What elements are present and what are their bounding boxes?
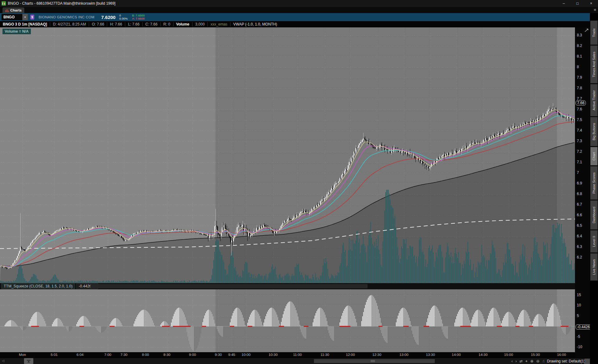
time-label: 9:30 — [211, 353, 225, 357]
squeeze-tick: 5 — [577, 314, 579, 318]
time-label: 8:30 — [160, 353, 174, 357]
crosshair-icon[interactable]: ⌖ — [525, 359, 528, 363]
squeeze-tick: -10 — [577, 345, 582, 349]
price-tick: 6.8 — [577, 192, 582, 196]
time-label: 9:00 — [186, 353, 199, 357]
sidebar-tab-phase-scores[interactable]: Phase Scores — [590, 166, 598, 200]
price-tick: 6.2 — [577, 255, 582, 259]
sidebar-tab-label: Level II — [592, 236, 596, 247]
time-label: 12:00 — [344, 353, 357, 357]
drawing-set-label[interactable]: Drawing set: Default(1) — [547, 359, 585, 363]
symbol-flag-icon[interactable]: 9 — [30, 15, 34, 20]
header-segment: H: 7.66 — [107, 22, 125, 26]
ttm-squeeze-canvas[interactable] — [0, 289, 575, 352]
main-chart-canvas[interactable] — [0, 27, 575, 283]
time-label: 12:30 — [370, 353, 384, 357]
header-segment[interactable]: xxx_emas — [208, 22, 230, 26]
zoom-in-icon[interactable]: ⊕ — [530, 359, 534, 363]
sidebar-tab-label: Live News — [592, 259, 596, 275]
sidebar-tab-dashboard[interactable]: Dashboard — [590, 200, 598, 230]
speaker-icon[interactable]: ◁ — [2, 359, 4, 362]
price-tick: 7.6 — [577, 107, 582, 111]
price-tick: 7.7 — [577, 96, 582, 101]
sidebar-tab-label: Dashboard — [592, 207, 596, 223]
price-tick: 8.3 — [577, 33, 582, 37]
pan-icon[interactable]: ⇄ — [520, 359, 523, 363]
time-label: 13:00 — [397, 353, 411, 357]
header-segment[interactable]: VWAP (-1.0, 1.0, MONTH) — [230, 22, 280, 26]
price-tick: 6.5 — [577, 223, 582, 228]
sidebar-tab-chart[interactable]: Chart — [590, 147, 598, 166]
time-label: 11:00 — [291, 353, 304, 357]
symbol-input[interactable]: BNGO — [2, 14, 22, 20]
status-bar: ◁ ‹›⇄⌖⊕⊖☝ Drawing set: Default(1) — [0, 358, 598, 364]
price-tick: 7.8 — [577, 86, 582, 90]
time-label: 10:00 — [239, 353, 253, 357]
app-icon — [2, 1, 6, 6]
price-tick: 8.1 — [577, 54, 582, 58]
sidebar-tab-label: Big Buttons — [592, 123, 596, 140]
time-label: 14:00 — [449, 353, 463, 357]
time-label: 7:30 — [117, 353, 131, 357]
volume-cursor-label: Volume = N/A — [2, 29, 31, 34]
sidebar-tab-label: Phase Scores — [592, 172, 596, 194]
header-segment: C: 7.66 — [143, 22, 161, 26]
header-segment: L: 7.66 — [125, 22, 143, 26]
time-axis[interactable]: Mon5:016:047:007:308:008:309:009:309:451… — [0, 352, 575, 358]
time-label: 7:00 — [101, 353, 115, 357]
step-left-icon[interactable]: ‹ — [511, 359, 513, 363]
pane-splitter[interactable] — [90, 284, 368, 288]
sidebar-tab-big-buttons[interactable]: Big Buttons — [590, 117, 598, 146]
time-label: 16:00 — [555, 353, 568, 357]
time-label: 15:00 — [502, 353, 515, 357]
hand-icon[interactable]: ☝ — [542, 359, 544, 363]
ttm-squeeze-label[interactable]: TTM_Squeeze (CLOSE, 18, 1.5, 2.0, 1.0) — [1, 283, 75, 289]
time-label: 14:30 — [476, 353, 490, 357]
price-tick: 8 — [577, 65, 579, 69]
time-label: 13:30 — [424, 353, 437, 357]
sidebar-tab-times-and-sales[interactable]: Times And Sales — [590, 45, 598, 83]
price-tick: 7.3 — [577, 139, 582, 143]
price-axis[interactable]: 8.38.28.187.97.87.77.67.57.47.37.27.176.… — [575, 27, 590, 358]
symbol-dropdown-button[interactable]: ▾ — [22, 14, 28, 20]
price-tick: 6.4 — [577, 234, 582, 238]
sidebar-tab-label: Active Trader — [592, 90, 596, 110]
price-tick: 6.6 — [577, 213, 582, 217]
price-tick: 7.1 — [577, 160, 582, 164]
hscrollbar-grip[interactable] — [371, 360, 375, 362]
symbol-toolbar: BNGO ▾ 9 BIONANO GENOMICS INC COM 7.6200… — [0, 13, 598, 21]
minimize-button[interactable]: – — [557, 0, 571, 7]
close-button[interactable]: × — [584, 0, 598, 7]
price-tick: 7.5 — [577, 118, 582, 122]
sidebar-tab-trade[interactable]: Trade — [590, 21, 598, 45]
expand-panel-button[interactable] — [24, 358, 33, 364]
maximize-button[interactable]: □ — [571, 0, 584, 7]
price-tick: 7 — [577, 170, 579, 175]
header-segment: 3,000 — [192, 22, 208, 26]
price-tick: 7.2 — [577, 149, 582, 154]
window-title: BNGO - Charts - 686109427TDA Main@thinko… — [8, 1, 116, 6]
time-label: 8:00 — [139, 353, 152, 357]
time-label: 11:30 — [318, 353, 332, 357]
tab-charts[interactable]: Charts — [2, 7, 24, 13]
tab-list-icon[interactable]: ≡ — [594, 7, 596, 12]
axis-scale-icon[interactable] — [584, 28, 589, 32]
sidebar-tab-label: Chart — [592, 152, 596, 161]
sidebar-tab-active-trader[interactable]: Active Trader — [590, 84, 598, 116]
chart-nav-icons: ‹›⇄⌖⊕⊖☝ — [511, 358, 544, 364]
sidebar-tab-label: Trade — [592, 28, 596, 37]
sidebar-tab-level-ii[interactable]: Level II — [590, 230, 598, 253]
chart-hscrollbar[interactable] — [314, 359, 435, 363]
header-segment: BNGO 3 D 1m [NASDAQ] — [0, 22, 50, 26]
time-label: 10:30 — [266, 353, 280, 357]
tab-charts-label: Charts — [10, 8, 21, 12]
charts-icon — [5, 9, 9, 12]
step-right-icon[interactable]: › — [515, 359, 517, 363]
header-segment: D: 4/27/21, 8:25 AM — [50, 22, 89, 26]
gadget-sidebar: TradeTimes And SalesActive TraderBig But… — [590, 13, 598, 364]
current-price-box: 7.66 — [576, 100, 586, 105]
zoom-out-icon[interactable]: ⊖ — [536, 359, 539, 363]
sidebar-tab-live-news[interactable]: Live News — [590, 253, 598, 281]
price-tick: 6.9 — [577, 181, 582, 185]
squeeze-value-box: -0.4426 — [576, 324, 591, 329]
